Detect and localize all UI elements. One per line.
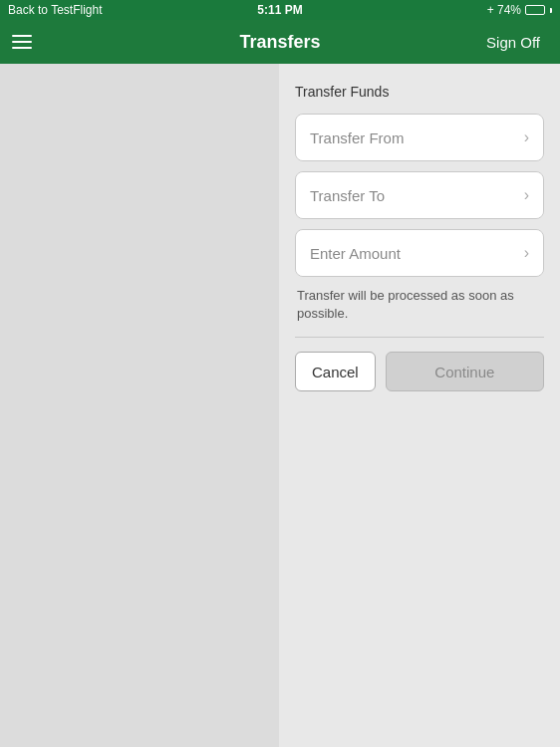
transfer-to-card: Transfer To › <box>295 171 544 219</box>
transfer-from-chevron-icon: › <box>524 128 529 146</box>
enter-amount-row[interactable]: Enter Amount › <box>296 230 543 276</box>
left-panel <box>0 64 279 747</box>
enter-amount-label: Enter Amount <box>310 245 401 262</box>
nav-bar-left <box>12 35 32 49</box>
status-bar-left: Back to TestFlight <box>8 3 103 17</box>
divider <box>295 337 544 338</box>
transfer-to-chevron-icon: › <box>524 186 529 204</box>
enter-amount-chevron-icon: › <box>524 244 529 262</box>
nav-bar: Transfers Sign Off <box>0 20 560 64</box>
status-bar-time: 5:11 PM <box>257 3 302 17</box>
button-row: Cancel Continue <box>295 352 544 391</box>
bluetooth-icon: + 74% <box>487 3 521 17</box>
page-title: Transfers <box>239 32 320 53</box>
right-panel: Transfer Funds Transfer From › Transfer … <box>279 64 560 747</box>
back-to-testflight[interactable]: Back to TestFlight <box>8 3 103 17</box>
transfer-from-card: Transfer From › <box>295 114 544 161</box>
transfer-to-label: Transfer To <box>310 187 385 204</box>
enter-amount-card: Enter Amount › <box>295 229 544 277</box>
battery-icon <box>525 5 545 15</box>
sign-off-button[interactable]: Sign Off <box>478 30 548 55</box>
menu-icon[interactable] <box>12 35 32 49</box>
status-bar-right: + 74% <box>487 3 552 17</box>
transfer-from-row[interactable]: Transfer From › <box>296 115 543 160</box>
content-area: Transfer Funds Transfer From › Transfer … <box>0 64 560 747</box>
note-text: Transfer will be processed as soon as po… <box>295 287 544 323</box>
status-bar: Back to TestFlight 5:11 PM + 74% <box>0 0 560 20</box>
transfer-from-label: Transfer From <box>310 129 404 146</box>
battery-tip <box>550 8 552 13</box>
continue-button[interactable]: Continue <box>386 352 544 391</box>
section-title: Transfer Funds <box>295 84 544 100</box>
transfer-to-row[interactable]: Transfer To › <box>296 172 543 218</box>
cancel-button[interactable]: Cancel <box>295 352 376 391</box>
